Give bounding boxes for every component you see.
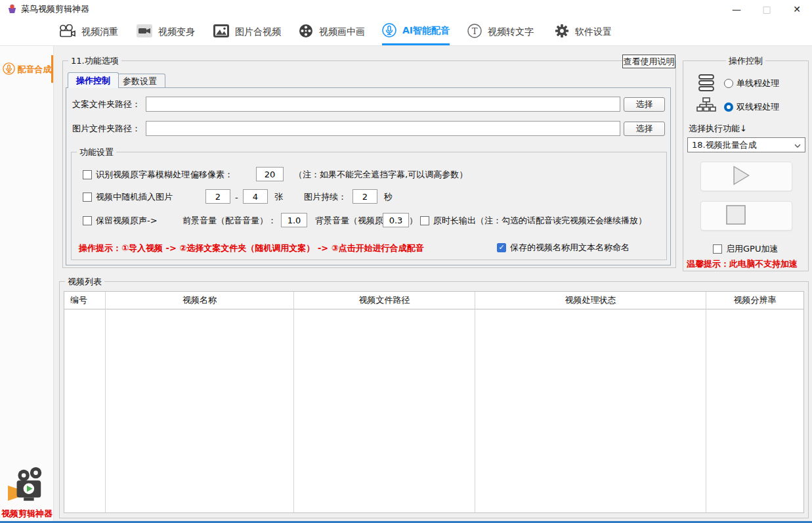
nav-item-video-transform[interactable]: 视频变身 [137,18,195,45]
gear-icon [555,24,569,40]
sidebar-item-label: 配音合成 [18,64,52,76]
nav-item-video-to-text[interactable]: T 视频转文字 [467,18,534,45]
save-name-checkbox[interactable] [497,243,506,252]
subtitle-blur-row: 识别视频原字幕模糊处理 [83,168,190,181]
insert-unit: 张 [274,191,283,204]
nav-label: 视频转文字 [488,26,534,38]
chevron-down-icon [794,140,801,150]
image-folder-select-button[interactable]: 选择 [624,122,665,136]
picture-icon [213,24,229,39]
play-icon [729,164,752,189]
dual-thread-icon [696,97,716,118]
nav-label: 视频画中画 [319,26,365,38]
video-table: 编号 视频名称 视频文件路径 视频处理状态 视频分辨率 [64,291,804,513]
insert-min-input[interactable] [205,189,230,204]
image-duration-input[interactable] [353,189,377,204]
nav-label: 视频消重 [81,26,118,38]
start-button[interactable] [700,162,792,191]
nav-item-video-dedupe[interactable]: 视频消重 [58,18,118,45]
keep-audio-label: 保留视频原声-> [96,215,158,227]
fg-volume-label-row: 前景音量（配音音量）： [182,214,276,227]
gpu-checkbox[interactable] [713,244,722,254]
nav-label: 图片合视频 [235,26,281,38]
image-folder-input[interactable] [146,121,620,136]
close-button[interactable]: ✕ [782,0,812,18]
column-resolution: 视频分辨率 [706,292,803,512]
operation-control-groupbox: 操作控制 单线程处理 双线程处理 选择执行功能↓ 1 [683,60,809,271]
keep-audio-row: 保留视频原声-> [83,214,158,227]
movie-camera-icon [58,24,75,40]
gpu-warning-row: 温馨提示：此电脑不支持加速 [687,258,798,270]
function-select-label-row: 选择执行功能↓ [689,123,747,135]
column-header[interactable]: 视频文件路径 [294,292,475,309]
fg-volume-label: 前景音量（配音音量）： [182,215,276,227]
offset-note: （注：如果不能完全遮挡字幕,可以调高参数） [294,169,467,181]
insert-image-row: 视频中随机插入图片 [83,191,173,204]
nav-label: AI智能配音 [402,25,450,37]
offset-label: 偏移像素： [190,169,233,181]
function-select[interactable]: 18.视频批量合成 [687,137,805,152]
dual-thread-radio[interactable] [724,102,733,112]
fg-volume-input[interactable] [281,213,307,227]
single-thread-label: 单线程处理 [737,78,779,89]
subtitle-blur-label: 识别视频原字幕模糊处理 [96,169,190,181]
column-header[interactable]: 视频分辨率 [706,292,803,309]
column-header[interactable]: 视频处理状态 [475,292,706,309]
nav-item-pip[interactable]: 视频画中画 [299,18,365,45]
keep-audio-checkbox[interactable] [83,216,92,225]
tab-operation-control[interactable]: 操作控制 [68,72,119,88]
function-options-title: 11.功能选项 [68,55,121,67]
view-instructions-button[interactable]: 查看使用说明 [622,55,675,68]
orig-duration-row: 原时长输出（注：勾选的话配音读完视频还会继续播放） [420,214,647,227]
letter-t-circle-icon: T [467,24,482,40]
nav-label: 软件设置 [575,26,612,38]
app-logo-icon [7,3,18,16]
gpu-row: 启用GPU加速 [713,242,778,256]
sidebar-active-indicator [51,55,53,83]
nav-item-ai-dubbing[interactable]: AI智能配音 [382,18,450,45]
image-duration-unit: 秒 [384,191,393,204]
bg-volume-input[interactable] [383,213,409,227]
main-nav: 视频消重 视频变身 图片合视频 视频画中画 [0,18,812,46]
subtitle-blur-checkbox[interactable] [83,170,92,179]
tab-parameter-settings[interactable]: 参数设置 [114,74,165,88]
minimize-button[interactable]: — [721,0,752,18]
insert-dash: - [235,191,238,204]
function-select-label: 选择执行功能↓ [689,123,747,135]
microphone-circle-icon [382,23,396,39]
text-folder-row: 文案文件夹路径： [72,97,140,112]
column-video-name: 视频名称 [106,292,294,512]
gpu-label: 启用GPU加速 [726,243,778,255]
column-header[interactable]: 编号 [64,292,105,309]
sidebar-item-dubbing-synthesis[interactable]: 配音合成 [0,57,54,83]
single-thread-row: 单线程处理 [696,73,779,94]
column-index: 编号 [64,292,106,512]
image-duration-label: 图片持续： [304,191,347,203]
nav-item-settings[interactable]: 软件设置 [555,18,612,45]
column-header[interactable]: 视频名称 [106,292,293,309]
offset-label-row: 偏移像素： [190,168,233,181]
insert-image-checkbox[interactable] [83,193,92,202]
function-settings-title: 功能设置 [77,147,116,158]
app-window: 菜鸟视频剪辑神器 — □ ✕ 视频消重 视频变身 [0,0,812,523]
gpu-warning: 温馨提示：此电脑不支持加速 [687,258,798,270]
title-bar: 菜鸟视频剪辑神器 — □ ✕ [0,0,812,18]
sidebar: 配音合成 视频剪辑神器 [0,46,54,521]
text-folder-select-button[interactable]: 选择 [624,97,665,112]
orig-duration-checkbox[interactable] [420,216,429,225]
single-thread-radio[interactable] [724,79,733,88]
film-reel-icon [299,24,313,40]
text-folder-input[interactable] [146,97,620,112]
insert-image-label: 视频中随机插入图片 [96,191,173,203]
save-name-row: 保存的视频名称用文本名称命名 [497,241,630,254]
text-folder-label: 文案文件夹路径： [72,99,140,110]
camera-logo-icon [7,495,47,505]
nav-item-image-to-video[interactable]: 图片合视频 [213,18,281,45]
save-name-label: 保存的视频名称用文本名称命名 [510,242,630,254]
maximize-button[interactable]: □ [752,0,782,18]
offset-input[interactable] [256,167,284,181]
insert-max-input[interactable] [243,189,268,204]
stop-button[interactable] [700,201,792,231]
video-list-title: 视频列表 [65,276,104,288]
stop-icon [725,204,747,228]
